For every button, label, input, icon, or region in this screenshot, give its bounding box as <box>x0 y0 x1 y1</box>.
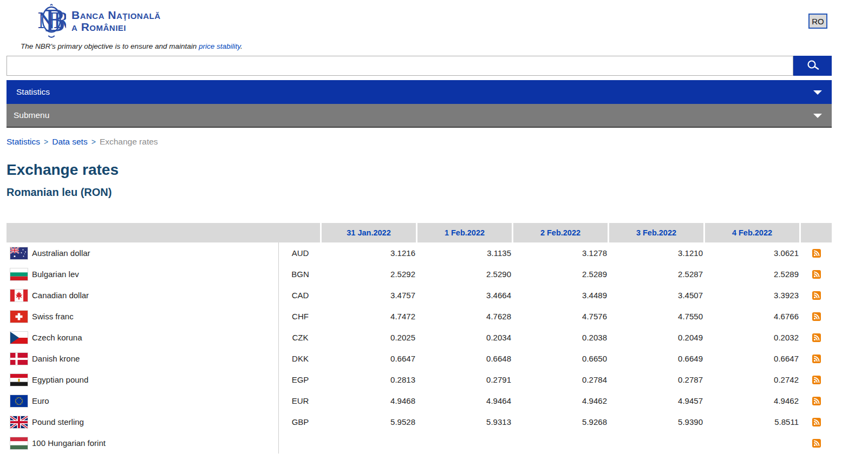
rss-feed-icon[interactable] <box>812 397 821 405</box>
nav-submenu-label: Submenu <box>14 110 49 120</box>
currency-name: Egyptian pound <box>32 375 88 384</box>
rate-value: 4.9468 <box>322 396 417 405</box>
au-flag-icon <box>10 247 28 259</box>
table-row: Czech korunaCZK0.20250.20340.20380.20490… <box>6 327 832 348</box>
rss-cell <box>801 411 832 432</box>
rate-value: 4.7550 <box>609 312 705 321</box>
currency-name: Canadian dollar <box>32 291 89 300</box>
nbr-monogram-icon: N B R <box>37 2 66 40</box>
rate-value: 4.9464 <box>417 396 513 405</box>
rss-feed-icon[interactable] <box>812 355 821 363</box>
rate-value: 3.4664 <box>417 291 513 300</box>
gb-flag-icon <box>10 416 28 428</box>
chevron-down-icon <box>813 114 822 118</box>
rss-cell <box>801 242 832 264</box>
currency-name-cell: Euro <box>6 390 279 411</box>
breadcrumb-item: Exchange rates <box>100 137 158 147</box>
currency-code: CAD <box>279 291 322 300</box>
rate-value: 3.1216 <box>322 248 417 258</box>
search-bar <box>6 56 832 76</box>
rss-feed-icon[interactable] <box>812 439 821 448</box>
dk-flag-icon <box>10 353 28 365</box>
rate-value: 0.2025 <box>322 333 417 342</box>
tagline-period: . <box>240 42 243 50</box>
rate-value: 3.1135 <box>417 248 513 258</box>
rate-value: 4.7628 <box>417 312 513 321</box>
eg-flag-icon <box>10 374 28 386</box>
currency-name-cell: Australian dollar <box>6 242 279 264</box>
rss-feed-icon[interactable] <box>812 376 821 384</box>
rss-cell <box>801 369 832 390</box>
currency-name: 100 Hungarian forint <box>32 438 106 448</box>
rate-value: 0.2034 <box>417 333 513 342</box>
rss-feed-icon[interactable] <box>812 333 821 342</box>
cz-flag-icon <box>10 332 28 344</box>
bg-flag-icon <box>10 268 28 280</box>
page-title: Exchange rates <box>6 161 832 179</box>
table-header-date: 4 Feb.2022 <box>705 223 801 242</box>
rss-feed-icon[interactable] <box>812 291 821 300</box>
rate-value: 0.6649 <box>609 354 705 363</box>
rate-value: 4.9462 <box>513 396 609 405</box>
currency-name-cell: Bulgarian lev <box>6 264 279 285</box>
currency-code: CZK <box>279 333 322 342</box>
table-row: Egyptian poundEGP0.28130.27910.27840.278… <box>6 369 832 390</box>
currency-name: Czech koruna <box>32 333 82 342</box>
language-toggle-button[interactable]: RO <box>808 14 827 29</box>
rate-value: 3.4757 <box>322 291 417 300</box>
currency-name: Bulgarian lev <box>32 270 79 279</box>
rate-value: 4.9462 <box>705 396 801 405</box>
rate-value: 0.2049 <box>609 333 705 342</box>
page-content: N B R Banca Naţională a României RO The … <box>6 0 832 454</box>
eu-flag-icon <box>10 395 28 407</box>
rate-value: 0.2787 <box>609 375 705 384</box>
search-input[interactable] <box>6 56 793 76</box>
nav-statistics-label: Statistics <box>16 87 50 97</box>
search-button[interactable] <box>793 56 832 76</box>
rate-value: 0.6650 <box>513 354 609 363</box>
bank-name-line1: Banca Naţională <box>71 9 161 21</box>
breadcrumb-item[interactable]: Statistics <box>6 137 40 147</box>
currency-name-cell: Danish krone <box>6 348 279 369</box>
currency-name: Danish krone <box>32 354 80 363</box>
rss-feed-icon[interactable] <box>812 270 821 279</box>
breadcrumb-item[interactable]: Data sets <box>52 137 87 147</box>
rate-value: 4.7576 <box>513 312 609 321</box>
rate-value: 3.1210 <box>609 248 705 258</box>
table-row: Swiss francCHF4.74724.76284.75764.75504.… <box>6 306 832 327</box>
breadcrumb: Statistics>Data sets>Exchange rates <box>6 137 832 147</box>
nav-submenu[interactable]: Submenu <box>6 104 832 128</box>
rss-feed-icon[interactable] <box>812 418 821 426</box>
nav-statistics-menu[interactable]: Statistics <box>6 80 832 104</box>
rate-value: 5.8511 <box>705 417 801 426</box>
currency-code: EGP <box>279 375 322 384</box>
currency-name-cell: 100 Hungarian forint <box>6 432 279 454</box>
rate-value: 0.2791 <box>417 375 513 384</box>
rss-feed-icon[interactable] <box>812 312 821 321</box>
table-row: EuroEUR4.94684.94644.94624.94574.9462 <box>6 390 832 411</box>
bank-logo[interactable]: N B R Banca Naţională a României <box>37 2 161 40</box>
rate-value: 5.9390 <box>609 417 705 426</box>
page-subtitle: Romanian leu (RON) <box>6 186 832 199</box>
bank-name: Banca Naţională a României <box>71 9 161 33</box>
table-header-date: 1 Feb.2022 <box>417 223 513 242</box>
rate-value: 2.5289 <box>513 270 609 279</box>
rate-value: 4.7472 <box>322 312 417 321</box>
table-header-row: 31 Jan.20221 Feb.20222 Feb.20223 Feb.202… <box>6 223 832 242</box>
rate-value: 0.2032 <box>705 333 801 342</box>
rate-value: 5.9268 <box>513 417 609 426</box>
exchange-rates-table: 31 Jan.20221 Feb.20222 Feb.20223 Feb.202… <box>6 223 832 454</box>
rate-value: 5.9528 <box>322 417 417 426</box>
currency-code: DKK <box>279 354 322 363</box>
hu-flag-icon <box>10 437 28 449</box>
rate-value: 0.2813 <box>322 375 417 384</box>
svg-text:R: R <box>53 9 66 34</box>
currency-name-cell: Pound sterling <box>6 411 279 432</box>
currency-code: CHF <box>279 312 322 321</box>
price-stability-link[interactable]: price stability <box>199 42 240 50</box>
site-header: N B R Banca Naţională a României RO The … <box>6 0 832 56</box>
rss-cell <box>801 390 832 411</box>
table-header-date: 31 Jan.2022 <box>322 223 417 242</box>
rss-feed-icon[interactable] <box>812 249 821 258</box>
rate-value: 0.6647 <box>322 354 417 363</box>
